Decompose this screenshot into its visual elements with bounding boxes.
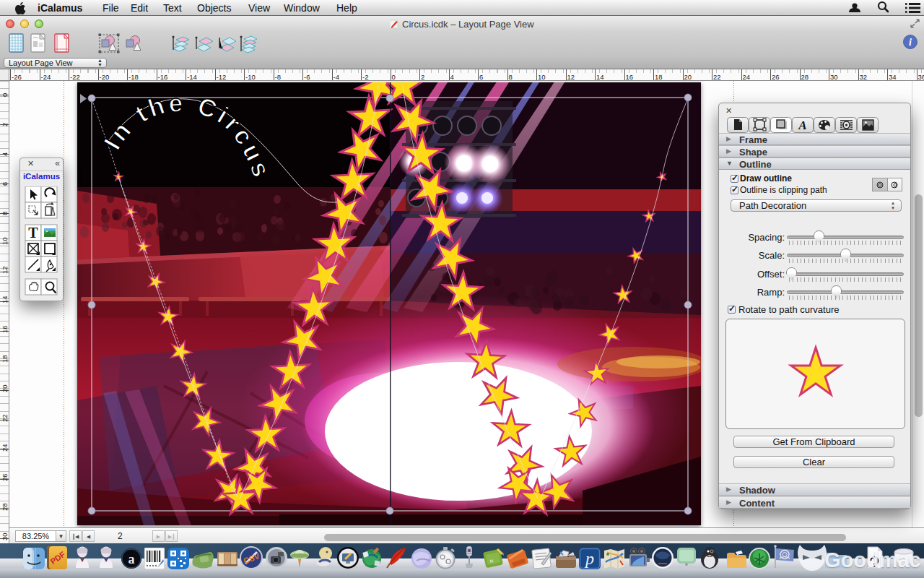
svg-text:A: A [798,118,806,132]
svg-text:i: i [909,37,912,48]
svg-text:T: T [28,225,38,241]
svg-text:p: p [584,549,594,568]
svg-text:a: a [128,552,135,566]
